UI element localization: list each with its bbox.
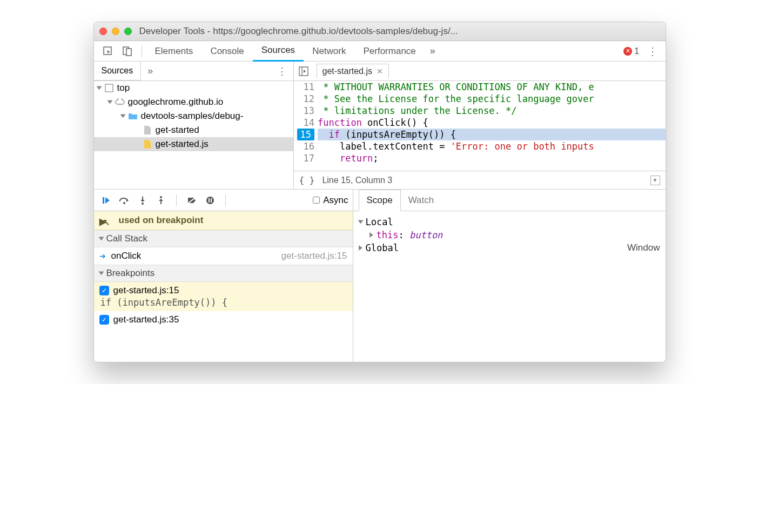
callstack-header[interactable]: Call Stack [94, 230, 353, 247]
tree-file-js[interactable]: get-started.js [94, 137, 293, 151]
scope-this[interactable]: this: button [357, 228, 662, 241]
file-tab-label: get-started.js [323, 66, 372, 76]
inspect-icon[interactable] [98, 44, 118, 59]
traffic-lights [99, 28, 132, 35]
tab-elements[interactable]: Elements [146, 41, 202, 62]
svg-rect-5 [105, 84, 113, 92]
current-frame-icon: ➔ [99, 252, 106, 260]
settings-menu-icon[interactable]: ⋮ [647, 45, 658, 58]
close-window-button[interactable] [99, 28, 107, 35]
scope-local[interactable]: Local [357, 216, 662, 228]
breakpoints-header[interactable]: Breakpoints [94, 265, 353, 282]
resume-icon[interactable] [98, 193, 113, 208]
sources-subbar: Sources » ⋮ get-started.js ✕ [94, 62, 666, 81]
script-icon [143, 139, 152, 149]
window-title: Developer Tools - https://googlechrome.g… [139, 26, 458, 37]
scope-global[interactable]: Global Window [357, 241, 662, 254]
debugger-toolbar: Async [94, 190, 353, 211]
navigator-menu-icon[interactable]: ⋮ [271, 62, 293, 80]
step-out-icon[interactable] [153, 193, 169, 208]
frame-icon [104, 83, 114, 93]
breakpoint-item-0[interactable]: ✓ get-started.js:15 if (inputsAreEmpty()… [94, 282, 353, 311]
folder-icon [128, 111, 138, 121]
tab-network[interactable]: Network [304, 41, 354, 62]
breakpoint-checkbox[interactable]: ✓ [99, 286, 109, 295]
svg-rect-2 [126, 49, 131, 56]
code-lines[interactable]: * WITHOUT WARRANTIES OR CONDITIONS OF AN… [318, 81, 666, 171]
tab-performance[interactable]: Performance [354, 41, 424, 62]
maximize-window-button[interactable] [124, 28, 132, 35]
svg-point-7 [123, 202, 125, 204]
pretty-print-icon[interactable]: { } [299, 175, 315, 185]
async-checkbox[interactable] [313, 197, 320, 204]
more-navigator-tabs-icon[interactable]: » [141, 62, 159, 80]
async-toggle[interactable]: Async [313, 195, 348, 206]
file-tab-get-started-js[interactable]: get-started.js ✕ [317, 64, 389, 79]
breakpoint-item-1[interactable]: ✓ get-started.js:35 [94, 311, 353, 328]
step-over-icon[interactable] [117, 193, 132, 208]
devtools-window: Developer Tools - https://googlechrome.g… [93, 22, 666, 362]
svg-rect-6 [103, 197, 104, 204]
tab-scope[interactable]: Scope [359, 190, 401, 211]
document-icon [143, 125, 152, 135]
tree-folder[interactable]: devtools-samples/debug- [94, 109, 293, 123]
scope-panel: Scope Watch Local this: button Global Wi… [353, 190, 666, 362]
breakpoint-checkbox[interactable]: ✓ [99, 315, 109, 325]
tab-watch[interactable]: Watch [401, 190, 442, 211]
debugger-sidebar: Async ▶ ↖ used on breakpoint Call Stack … [94, 190, 353, 362]
stack-frame[interactable]: ➔ onClick get-started.js:15 [94, 247, 353, 265]
line-gutter[interactable]: 11 12 13 14 15 16 17 [294, 81, 318, 171]
tree-domain[interactable]: googlechrome.github.io [94, 95, 293, 109]
cloud-icon [115, 97, 125, 107]
tree-file-html[interactable]: get-started [94, 123, 293, 137]
deactivate-breakpoints-icon[interactable] [184, 193, 199, 208]
main-tabs: Elements Console Sources Network Perform… [94, 41, 666, 62]
titlebar: Developer Tools - https://googlechrome.g… [94, 22, 666, 41]
tab-console[interactable]: Console [201, 41, 252, 62]
file-tree: top googlechrome.github.io devtools-samp… [94, 81, 294, 189]
code-editor[interactable]: 11 12 13 14 15 16 17 * WITHOUT WARRANTIE… [294, 81, 666, 189]
svg-rect-14 [209, 198, 210, 203]
svg-rect-15 [211, 198, 212, 203]
toggle-navigator-icon[interactable] [297, 65, 310, 78]
error-count: 1 [634, 46, 639, 57]
cursor-position: Line 15, Column 3 [322, 176, 392, 185]
svg-point-11 [160, 196, 162, 198]
minimize-window-button[interactable] [112, 28, 119, 35]
error-indicator-icon[interactable]: ✕ [623, 47, 632, 56]
pause-on-exceptions-icon[interactable] [203, 193, 218, 208]
paused-banner: ▶ ↖ used on breakpoint [94, 211, 353, 230]
svg-point-13 [206, 197, 214, 204]
more-tabs-icon[interactable]: » [430, 45, 435, 57]
editor-statusbar: { } Line 15, Column 3 ▼ [294, 171, 666, 189]
svg-point-9 [142, 203, 144, 205]
breakpoint-marker[interactable]: 15 [297, 129, 314, 140]
close-file-tab-icon[interactable]: ✕ [377, 67, 383, 76]
tree-top[interactable]: top [94, 81, 293, 95]
coverage-toggle-icon[interactable]: ▼ [650, 176, 660, 185]
step-into-icon[interactable] [135, 193, 150, 208]
device-toggle-icon[interactable] [118, 44, 137, 59]
sources-navigator-tab[interactable]: Sources [94, 62, 142, 80]
tab-sources[interactable]: Sources [253, 41, 304, 62]
